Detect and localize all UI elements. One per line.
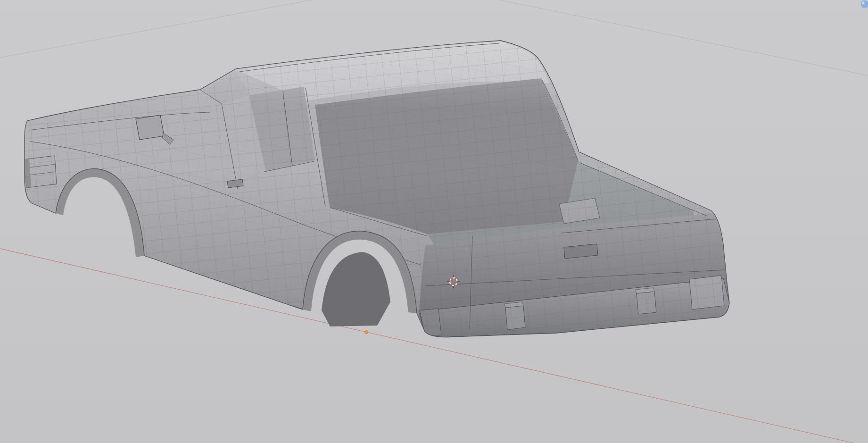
object-origin-point <box>365 331 368 334</box>
viewport-3d[interactable] <box>0 0 868 443</box>
nav-gizmo-highlight <box>862 1 864 4</box>
viewport-canvas[interactable] <box>0 0 868 443</box>
side-mirror <box>136 115 164 140</box>
